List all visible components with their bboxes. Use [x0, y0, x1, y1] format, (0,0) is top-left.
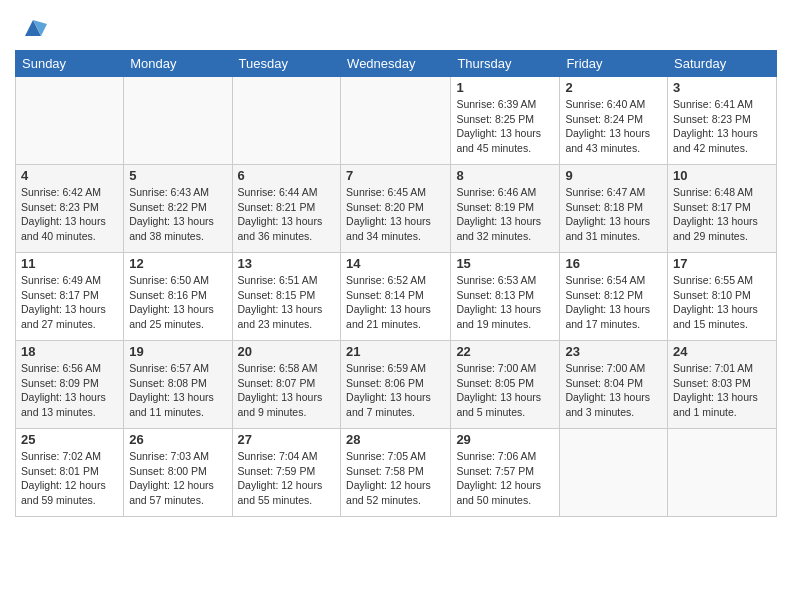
- day-number: 20: [238, 344, 336, 359]
- weekday-monday: Monday: [124, 51, 232, 77]
- day-info: Sunrise: 7:00 AMSunset: 8:05 PMDaylight:…: [456, 361, 554, 420]
- day-info: Sunrise: 6:52 AMSunset: 8:14 PMDaylight:…: [346, 273, 445, 332]
- day-info: Sunrise: 6:44 AMSunset: 8:21 PMDaylight:…: [238, 185, 336, 244]
- calendar-cell: 7Sunrise: 6:45 AMSunset: 8:20 PMDaylight…: [341, 165, 451, 253]
- day-info: Sunrise: 7:01 AMSunset: 8:03 PMDaylight:…: [673, 361, 771, 420]
- weekday-sunday: Sunday: [16, 51, 124, 77]
- day-info: Sunrise: 7:00 AMSunset: 8:04 PMDaylight:…: [565, 361, 662, 420]
- day-info: Sunrise: 6:51 AMSunset: 8:15 PMDaylight:…: [238, 273, 336, 332]
- weekday-header-row: SundayMondayTuesdayWednesdayThursdayFrid…: [16, 51, 777, 77]
- day-info: Sunrise: 6:55 AMSunset: 8:10 PMDaylight:…: [673, 273, 771, 332]
- calendar-table: SundayMondayTuesdayWednesdayThursdayFrid…: [15, 50, 777, 517]
- day-info: Sunrise: 6:40 AMSunset: 8:24 PMDaylight:…: [565, 97, 662, 156]
- day-number: 27: [238, 432, 336, 447]
- calendar-cell: 26Sunrise: 7:03 AMSunset: 8:00 PMDayligh…: [124, 429, 232, 517]
- calendar-cell: 29Sunrise: 7:06 AMSunset: 7:57 PMDayligh…: [451, 429, 560, 517]
- calendar-cell: 2Sunrise: 6:40 AMSunset: 8:24 PMDaylight…: [560, 77, 668, 165]
- day-number: 4: [21, 168, 118, 183]
- day-number: 7: [346, 168, 445, 183]
- day-info: Sunrise: 6:46 AMSunset: 8:19 PMDaylight:…: [456, 185, 554, 244]
- logo: [15, 14, 47, 42]
- day-number: 19: [129, 344, 226, 359]
- header: [15, 10, 777, 42]
- day-info: Sunrise: 6:41 AMSunset: 8:23 PMDaylight:…: [673, 97, 771, 156]
- calendar-cell: 21Sunrise: 6:59 AMSunset: 8:06 PMDayligh…: [341, 341, 451, 429]
- day-number: 13: [238, 256, 336, 271]
- calendar-cell: 28Sunrise: 7:05 AMSunset: 7:58 PMDayligh…: [341, 429, 451, 517]
- day-number: 16: [565, 256, 662, 271]
- day-number: 11: [21, 256, 118, 271]
- calendar-cell: 1Sunrise: 6:39 AMSunset: 8:25 PMDaylight…: [451, 77, 560, 165]
- day-number: 8: [456, 168, 554, 183]
- calendar-cell: 14Sunrise: 6:52 AMSunset: 8:14 PMDayligh…: [341, 253, 451, 341]
- calendar-cell: [232, 77, 341, 165]
- calendar-cell: [668, 429, 777, 517]
- week-row-3: 11Sunrise: 6:49 AMSunset: 8:17 PMDayligh…: [16, 253, 777, 341]
- calendar-cell: [560, 429, 668, 517]
- day-info: Sunrise: 6:49 AMSunset: 8:17 PMDaylight:…: [21, 273, 118, 332]
- day-info: Sunrise: 6:56 AMSunset: 8:09 PMDaylight:…: [21, 361, 118, 420]
- day-info: Sunrise: 6:57 AMSunset: 8:08 PMDaylight:…: [129, 361, 226, 420]
- page: SundayMondayTuesdayWednesdayThursdayFrid…: [0, 0, 792, 612]
- calendar-cell: 27Sunrise: 7:04 AMSunset: 7:59 PMDayligh…: [232, 429, 341, 517]
- day-number: 6: [238, 168, 336, 183]
- day-number: 23: [565, 344, 662, 359]
- day-info: Sunrise: 6:45 AMSunset: 8:20 PMDaylight:…: [346, 185, 445, 244]
- weekday-saturday: Saturday: [668, 51, 777, 77]
- day-info: Sunrise: 7:06 AMSunset: 7:57 PMDaylight:…: [456, 449, 554, 508]
- day-number: 24: [673, 344, 771, 359]
- day-info: Sunrise: 6:43 AMSunset: 8:22 PMDaylight:…: [129, 185, 226, 244]
- day-info: Sunrise: 6:59 AMSunset: 8:06 PMDaylight:…: [346, 361, 445, 420]
- day-number: 26: [129, 432, 226, 447]
- calendar-cell: 24Sunrise: 7:01 AMSunset: 8:03 PMDayligh…: [668, 341, 777, 429]
- calendar-cell: 19Sunrise: 6:57 AMSunset: 8:08 PMDayligh…: [124, 341, 232, 429]
- day-info: Sunrise: 6:58 AMSunset: 8:07 PMDaylight:…: [238, 361, 336, 420]
- week-row-5: 25Sunrise: 7:02 AMSunset: 8:01 PMDayligh…: [16, 429, 777, 517]
- day-info: Sunrise: 6:39 AMSunset: 8:25 PMDaylight:…: [456, 97, 554, 156]
- day-number: 5: [129, 168, 226, 183]
- day-info: Sunrise: 7:04 AMSunset: 7:59 PMDaylight:…: [238, 449, 336, 508]
- day-info: Sunrise: 6:53 AMSunset: 8:13 PMDaylight:…: [456, 273, 554, 332]
- calendar-cell: 25Sunrise: 7:02 AMSunset: 8:01 PMDayligh…: [16, 429, 124, 517]
- weekday-wednesday: Wednesday: [341, 51, 451, 77]
- day-number: 22: [456, 344, 554, 359]
- calendar-cell: 20Sunrise: 6:58 AMSunset: 8:07 PMDayligh…: [232, 341, 341, 429]
- calendar-cell: 4Sunrise: 6:42 AMSunset: 8:23 PMDaylight…: [16, 165, 124, 253]
- day-number: 18: [21, 344, 118, 359]
- calendar-cell: 17Sunrise: 6:55 AMSunset: 8:10 PMDayligh…: [668, 253, 777, 341]
- day-number: 1: [456, 80, 554, 95]
- calendar-cell: 22Sunrise: 7:00 AMSunset: 8:05 PMDayligh…: [451, 341, 560, 429]
- calendar-cell: 23Sunrise: 7:00 AMSunset: 8:04 PMDayligh…: [560, 341, 668, 429]
- calendar-cell: 5Sunrise: 6:43 AMSunset: 8:22 PMDaylight…: [124, 165, 232, 253]
- day-info: Sunrise: 7:05 AMSunset: 7:58 PMDaylight:…: [346, 449, 445, 508]
- calendar-cell: 16Sunrise: 6:54 AMSunset: 8:12 PMDayligh…: [560, 253, 668, 341]
- day-number: 12: [129, 256, 226, 271]
- weekday-friday: Friday: [560, 51, 668, 77]
- week-row-2: 4Sunrise: 6:42 AMSunset: 8:23 PMDaylight…: [16, 165, 777, 253]
- calendar-cell: 10Sunrise: 6:48 AMSunset: 8:17 PMDayligh…: [668, 165, 777, 253]
- day-info: Sunrise: 7:03 AMSunset: 8:00 PMDaylight:…: [129, 449, 226, 508]
- day-number: 3: [673, 80, 771, 95]
- day-info: Sunrise: 6:50 AMSunset: 8:16 PMDaylight:…: [129, 273, 226, 332]
- calendar-cell: 18Sunrise: 6:56 AMSunset: 8:09 PMDayligh…: [16, 341, 124, 429]
- weekday-tuesday: Tuesday: [232, 51, 341, 77]
- calendar-cell: 6Sunrise: 6:44 AMSunset: 8:21 PMDaylight…: [232, 165, 341, 253]
- day-number: 21: [346, 344, 445, 359]
- day-info: Sunrise: 6:48 AMSunset: 8:17 PMDaylight:…: [673, 185, 771, 244]
- day-number: 15: [456, 256, 554, 271]
- day-info: Sunrise: 6:47 AMSunset: 8:18 PMDaylight:…: [565, 185, 662, 244]
- day-info: Sunrise: 6:42 AMSunset: 8:23 PMDaylight:…: [21, 185, 118, 244]
- day-number: 25: [21, 432, 118, 447]
- week-row-1: 1Sunrise: 6:39 AMSunset: 8:25 PMDaylight…: [16, 77, 777, 165]
- day-number: 17: [673, 256, 771, 271]
- week-row-4: 18Sunrise: 6:56 AMSunset: 8:09 PMDayligh…: [16, 341, 777, 429]
- day-info: Sunrise: 6:54 AMSunset: 8:12 PMDaylight:…: [565, 273, 662, 332]
- calendar-cell: 8Sunrise: 6:46 AMSunset: 8:19 PMDaylight…: [451, 165, 560, 253]
- day-number: 9: [565, 168, 662, 183]
- day-number: 2: [565, 80, 662, 95]
- calendar-cell: [124, 77, 232, 165]
- calendar-cell: 13Sunrise: 6:51 AMSunset: 8:15 PMDayligh…: [232, 253, 341, 341]
- calendar-cell: 12Sunrise: 6:50 AMSunset: 8:16 PMDayligh…: [124, 253, 232, 341]
- calendar-cell: 3Sunrise: 6:41 AMSunset: 8:23 PMDaylight…: [668, 77, 777, 165]
- calendar-cell: 15Sunrise: 6:53 AMSunset: 8:13 PMDayligh…: [451, 253, 560, 341]
